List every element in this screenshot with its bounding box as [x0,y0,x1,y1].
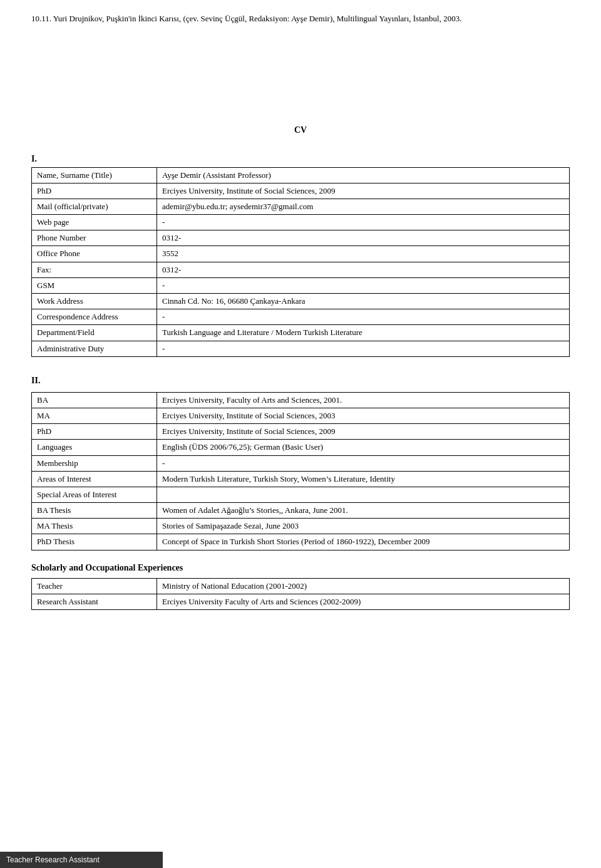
table-row: BA ThesisWomen of Adalet Ağaoğlu’s Stori… [32,503,570,519]
scholarly-table: TeacherMinistry of National Education (2… [31,578,570,610]
table-row: Special Areas of Interest [32,487,570,502]
section-ii-label: II. [31,376,570,386]
table-row: Areas of InterestModern Turkish Literatu… [32,471,570,487]
table-row: MA ThesisStories of Samipaşazade Sezai, … [32,519,570,534]
table-row: PhDErciyes University, Institute of Soci… [32,424,570,440]
table-row: LanguagesEnglish (ÜDS 2006/76,25); Germa… [32,440,570,455]
table-row: Name, Surname (Title)Ayşe Demir (Assista… [32,167,570,183]
table-row: Administrative Duty- [32,341,570,356]
table-row: TeacherMinistry of National Education (2… [32,578,570,594]
table-row: Mail (official/private)ademir@ybu.edu.tr… [32,199,570,214]
table-row: Office Phone3552 [32,246,570,262]
table-row: GSM- [32,277,570,293]
cv-title: CV [31,125,570,135]
section-ii-table: BAErciyes University, Faculty of Arts an… [31,392,570,550]
citation-text: 10.11. Yuri Drujnikov, Puşkin'in İkinci … [31,13,570,25]
table-row: Work AddressCinnah Cd. No: 16, 06680 Çan… [32,294,570,309]
section-i-table: Name, Surname (Title)Ayşe Demir (Assista… [31,167,570,357]
app-footer: Teacher Research Assistant [0,852,163,868]
table-row: PhDErciyes University, Institute of Soci… [32,183,570,199]
table-row: Department/FieldTurkish Language and Lit… [32,325,570,341]
table-row: BAErciyes University, Faculty of Arts an… [32,392,570,408]
table-row: PhD ThesisConcept of Space in Turkish Sh… [32,534,570,550]
table-row: Phone Number0312- [32,230,570,246]
table-row: Web page- [32,215,570,230]
table-row: Membership- [32,455,570,471]
table-row: MAErciyes University, Institute of Socia… [32,408,570,423]
table-row: Correspondence Address- [32,309,570,325]
table-row: Fax:0312- [32,262,570,277]
table-row: Research AssistantErciyes University Fac… [32,594,570,609]
section-i-label: I. [31,154,570,164]
scholarly-heading: Scholarly and Occupational Experiences [31,563,570,573]
